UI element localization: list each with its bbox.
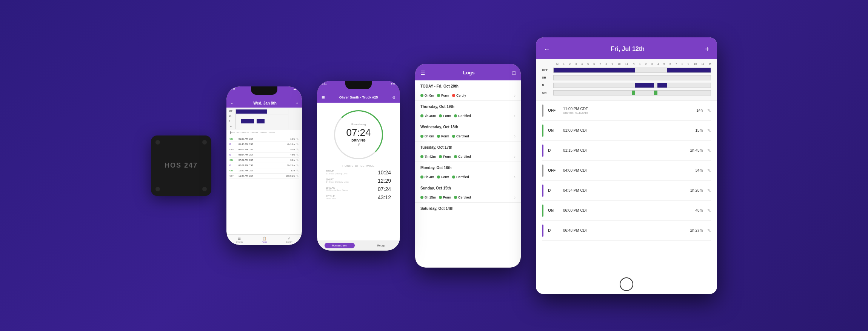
today-hours-dot <box>420 94 423 97</box>
tab-log-item-5: D 04:34 PM CDT 1h 26m ✎ <box>542 181 711 201</box>
log-item-8: OFF 11:47 AM CST 30h 51m ✎ <box>229 174 299 179</box>
tab-log-item-7: D 06:48 PM CDT 2h 27m ✎ <box>542 221 711 241</box>
today-form-dot <box>437 94 440 97</box>
hos-drive-row: DRIVE 11-Hour Driving Limit 10:24 <box>326 169 391 176</box>
edit-icon-6[interactable]: ✎ <box>296 164 299 167</box>
today-certify-dot <box>452 94 455 97</box>
chart-off-row: OFF 13.57 <box>542 66 711 74</box>
shift-label-group: SHIFT 14-Hour On Duty Limit <box>326 178 349 183</box>
tablet-header: ← Fri, Jul 12th + <box>536 37 717 59</box>
edit-icon-5[interactable]: ✎ <box>296 159 299 162</box>
phone2-screen: 5:31 ●●● ☰ Oliver Smith - Truck #25 ⚙ Re… <box>317 81 400 251</box>
phone2-footer: Homescreen Recap <box>317 240 400 251</box>
main-scene: HOS 247 5:31 ●●● ← Wed, Jan 8th + OFF SB <box>136 22 732 309</box>
phone1-chart: OFF SB D ON <box>226 108 302 130</box>
section-today-title: TODAY - Fri, Oct 20th <box>420 84 516 88</box>
break-label-group: BREAK 30 Minute Rest Break <box>326 186 348 191</box>
on-segment-1 <box>632 91 635 95</box>
phone1-back-icon[interactable]: ← <box>230 101 234 105</box>
off-segment-2 <box>667 68 711 72</box>
indicator-1 <box>542 105 543 117</box>
tablet-chart: M 1 2 3 4 5 6 7 8 9 10 11 N 1 2 <box>536 59 717 101</box>
logs-menu-icon[interactable]: ☰ <box>420 70 425 76</box>
edit-icon-2[interactable]: ✎ <box>296 143 299 146</box>
logs-item-today[interactable]: 0h 0m Form Certify › <box>415 91 521 101</box>
recap-button[interactable]: Recap <box>370 243 392 248</box>
indicator-2 <box>542 125 543 137</box>
edit-icon-1[interactable]: ✎ <box>296 137 299 141</box>
tab-edit-icon-2[interactable]: ✎ <box>707 128 711 133</box>
edit-icon-7[interactable]: ✎ <box>296 169 299 172</box>
cycle-value: 43:12 <box>378 194 391 200</box>
phone2-time: 5:31 <box>322 82 327 85</box>
tab-edit-icon-1[interactable]: ✎ <box>707 108 711 113</box>
tab-edit-icon-7[interactable]: ✎ <box>707 228 711 233</box>
tab-log-item-3: D 01:15 PM CDT 2h 45m ✎ <box>542 141 711 161</box>
today-form-badge: Form <box>437 94 449 97</box>
phone2-settings-icon[interactable]: ⚙ <box>392 95 396 100</box>
tab-edit-icon-6[interactable]: ✎ <box>707 208 711 213</box>
driving-circle: Remaining 07:24 DRIVING ∨ <box>334 110 383 159</box>
phone1-log-list: ON 01:30 AM CST 15m ✎ D 01:45 AM CST 4h … <box>226 135 302 234</box>
tablet-back-button[interactable]: ← <box>543 45 550 53</box>
break-value: 07:24 <box>378 186 391 192</box>
logs-screen: ☰ Logs □ TODAY - Fri, Oct 20th 0h 0m <box>415 64 521 268</box>
footer-form[interactable]: 📋 Form <box>262 237 267 243</box>
indicator-7 <box>542 225 543 237</box>
logs-item-mon[interactable]: 8h 4m Form Certified › <box>415 172 521 182</box>
off-segment-1 <box>554 68 635 72</box>
tablet-plus-button[interactable]: + <box>705 45 709 54</box>
edit-icon-4[interactable]: ✎ <box>296 153 299 157</box>
chart-sb-row: SB 02.00 <box>542 74 711 82</box>
cycle-label-group: CYCLE USA 70-8 <box>326 195 336 200</box>
d-segment-1 <box>635 83 654 88</box>
tab-log-item-1: OFF 11:00 PM CDT Started: 7/11/2019 14h … <box>542 101 711 121</box>
tab-edit-icon-3[interactable]: ✎ <box>707 148 711 153</box>
homescreen-button[interactable]: Homescreen <box>325 243 355 248</box>
logs-item-sun[interactable]: 8h 15m Form Certified › <box>415 192 521 203</box>
drive-value: 10:24 <box>378 169 391 176</box>
tab-edit-icon-4[interactable]: ✎ <box>707 168 711 173</box>
hos-cycle-row: CYCLE USA 70-8 43:12 <box>326 194 391 200</box>
phone1-time: 5:31 <box>230 88 235 91</box>
phone1-started-note: ▐ OFF 05:13 AM CST 22h 11m Started: 1/7/… <box>226 130 302 135</box>
phone1-notch <box>251 86 277 95</box>
log-item-4: D 06:54 AM CST 48m ✎ <box>229 152 299 158</box>
tab-log-item-2: ON 01:00 PM CDT 15m ✎ <box>542 121 711 141</box>
today-certify-badge: Certify <box>452 94 466 97</box>
drive-label-group: DRIVE 11-Hour Driving Limit <box>326 170 347 175</box>
log-item-7: ON 11:30 AM CST 17h ✎ <box>229 168 299 174</box>
today-chevron: › <box>514 93 516 98</box>
logs-calendar-icon[interactable]: □ <box>512 70 516 76</box>
phone2-signal: ●●● <box>391 82 396 85</box>
logs-section-sun: Sunday, Oct 15th <box>415 182 521 192</box>
tab-edit-icon-5[interactable]: ✎ <box>707 188 711 193</box>
indicator-3 <box>542 145 543 157</box>
hos-break-row: BREAK 30 Minute Rest Break 07:24 <box>326 186 391 192</box>
logs-item-tue[interactable]: 7h 42m Form Certified › <box>415 152 521 162</box>
phone-log-detail: 5:31 ●●● ← Wed, Jan 8th + OFF SB D ON <box>226 86 302 245</box>
edit-icon-8[interactable]: ✎ <box>296 174 299 178</box>
indicator-4 <box>542 165 543 177</box>
chart-d-row: D 07.12 <box>542 82 711 89</box>
tablet-home-button[interactable] <box>620 277 633 291</box>
hos-device-label: HOS 247 <box>165 162 198 169</box>
phone1-footer: ☰ Events 📋 Form ✔ Certify <box>226 234 302 245</box>
footer-events[interactable]: ☰ Events <box>236 237 243 243</box>
phone2-menu-icon[interactable]: ☰ <box>322 95 325 100</box>
phone1-screen: 5:31 ●●● ← Wed, Jan 8th + OFF SB D ON <box>226 86 302 245</box>
phone1-plus-icon[interactable]: + <box>296 101 298 105</box>
indicator-5 <box>542 185 543 197</box>
logs-item-thu[interactable]: 7h 46m Form Certified › <box>415 111 521 121</box>
log-item-2: D 01:45 AM CST 4h 15m ✎ <box>229 142 299 147</box>
logs-section-sat: Saturday, Oct 14th <box>415 203 521 213</box>
logs-section-thu: Thursday, Oct 19th <box>415 101 521 111</box>
chart-column-headers: M 1 2 3 4 5 6 7 8 9 10 11 N 1 2 <box>556 63 711 65</box>
edit-icon-3[interactable]: ✎ <box>296 148 299 151</box>
logs-item-wed[interactable]: 8h 6m Form Certified › <box>415 131 521 142</box>
tab-log-item-6: ON 06:00 PM CDT 48m ✎ <box>542 201 711 221</box>
footer-certify[interactable]: ✔ Certify <box>286 237 292 243</box>
hos-title: HOURS OF SERVICE <box>326 165 391 167</box>
hos-shift-row: SHIFT 14-Hour On Duty Limit 12:29 <box>326 178 391 184</box>
tab-log-item-4: OFF 04:00 PM CDT 34m ✎ <box>542 161 711 181</box>
